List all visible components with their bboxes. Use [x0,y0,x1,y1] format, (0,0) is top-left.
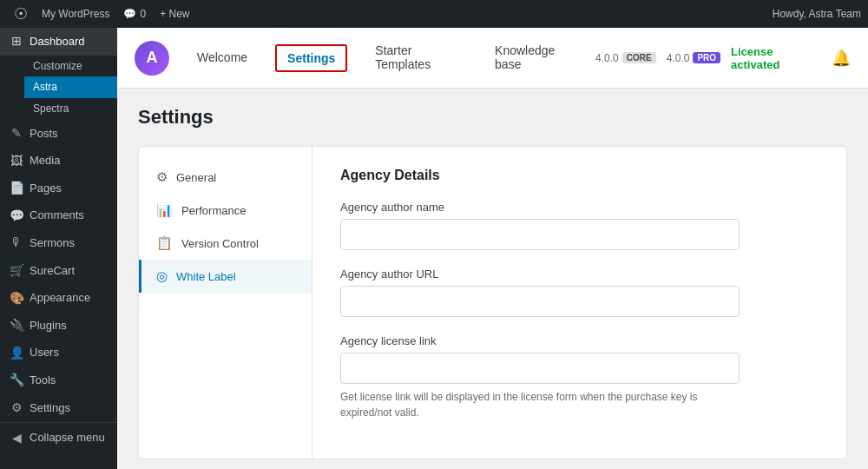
plugins-icon: 🔌 [9,317,24,334]
agency-license-link-label: Agency license link [340,334,819,347]
sidebar-sermons-label: Sermons [30,235,75,251]
adminbar-comments[interactable]: 💬 0 [116,0,153,28]
dashboard-icon: ⊞ [9,33,24,50]
agency-author-url-label: Agency author URL [340,268,819,281]
settings-nav: ⚙ General 📊 Performance 📋 Version Contro… [139,147,312,459]
settings-container: ⚙ General 📊 Performance 📋 Version Contro… [138,146,847,459]
adminbar-site[interactable]: My WordPress [35,0,116,28]
agency-author-name-label: Agency author name [340,201,819,214]
sidebar-item-comments[interactable]: 💬 Comments [0,202,117,230]
field-agency-author-url: Agency author URL [340,268,819,317]
pro-badge: PRO [693,52,720,63]
sidebar-item-tools[interactable]: 🔧 Tools [0,367,117,394]
sidebar-comments-label: Comments [30,208,84,223]
settings-nav-version-control-label: Version Control [181,237,259,250]
comments-icon: 💬 [9,208,24,225]
sidebar-item-settings[interactable]: ⚙ Settings [0,394,117,422]
settings-main: Settings ⚙ General 📊 Performance 📋 Versi… [117,89,868,469]
sidebar-settings-label: Settings [30,400,70,416]
sidebar-item-pages[interactable]: 📄 Pages [0,175,117,202]
adminbar-site-name: My WordPress [42,8,109,20]
field-agency-license-link: Agency license link Get license link wil… [340,334,819,420]
users-icon: 👤 [9,345,24,362]
wp-logo[interactable]: ☉ [7,4,35,23]
sidebar-item-users[interactable]: 👤 Users [0,340,117,367]
settings-nav-general-label: General [176,171,216,184]
settings-nav-white-label[interactable]: ◎ White Label [139,260,312,293]
adminbar-new[interactable]: + New [153,0,196,28]
adminbar-comments-count: 0 [140,8,146,20]
field-agency-author-name: Agency author name [340,201,819,250]
collapse-icon: ◀ [9,430,24,447]
sidebar-appearance-label: Appearance [30,290,90,306]
comment-icon: 💬 [123,8,136,20]
nav-welcome[interactable]: Welcome [183,28,261,89]
sidebar: ⊞ Dashboard Customize Astra Spectra ✎ Po… [0,28,117,469]
version-control-icon: 📋 [156,235,173,251]
sidebar-media-label: Media [30,153,60,168]
sidebar-item-dashboard[interactable]: ⊞ Dashboard [0,28,117,56]
page-title: Settings [138,106,847,129]
sidebar-dashboard-label: Dashboard [30,34,85,50]
general-settings-icon: ⚙ [156,169,168,185]
sidebar-collapse[interactable]: ◀ Collapse menu [0,422,117,452]
sidebar-item-customize[interactable]: Customize [24,56,117,77]
sidebar-item-posts[interactable]: ✎ Posts [0,120,117,148]
sidebar-item-plugins[interactable]: 🔌 Plugins [0,312,117,340]
notification-bell-icon[interactable]: 🔔 [832,49,851,68]
core-badge: CORE [622,52,656,63]
performance-settings-icon: 📊 [156,202,173,218]
sidebar-users-label: Users [30,345,59,360]
version-pro-badge: 4.0.0 PRO [667,52,720,64]
sidebar-astra-label: Astra [33,80,57,95]
surecart-icon: 🛒 [9,262,24,280]
sidebar-tools-label: Tools [30,373,56,388]
agency-author-name-input[interactable] [340,219,740,250]
sidebar-item-astra[interactable]: Astra [24,76,117,98]
settings-nav-performance-label: Performance [181,204,246,217]
sidebar-plugins-label: Plugins [30,318,67,334]
nav-knowledge-base[interactable]: Knowledge base [481,28,595,89]
adminbar-howdy: Howdy, Astra Team [773,8,861,20]
sidebar-item-sermons[interactable]: 🎙 Sermons [0,229,117,257]
nav-starter-templates[interactable]: Starter Templates [361,28,481,89]
version-core-badge: 4.0.0 CORE [595,52,656,64]
settings-content: Agency Details Agency author name Agency… [312,147,846,459]
plugin-nav: Welcome Settings Starter Templates Knowl… [183,28,595,89]
white-label-icon: ◎ [156,268,168,284]
sidebar-dashboard-sub: Customize Astra Spectra [0,56,117,120]
sidebar-customize-label: Customize [33,59,82,74]
posts-icon: ✎ [9,125,24,142]
tools-icon: 🔧 [9,372,24,389]
section-title: Agency Details [340,168,819,183]
astra-logo: A [135,41,169,76]
license-activated[interactable]: License activated [731,45,821,71]
sidebar-item-surecart[interactable]: 🛒 SureCart [0,257,117,285]
media-icon: 🖼 [9,153,24,170]
version-core-number: 4.0.0 [595,52,619,64]
settings-nav-white-label-label: White Label [176,270,236,283]
plugin-header: A Welcome Settings Starter Templates Kno… [117,28,868,89]
agency-license-link-hint: Get license link will be displayed in th… [340,389,740,420]
sidebar-pages-label: Pages [30,181,62,196]
settings-nav-general[interactable]: ⚙ General [139,161,312,194]
settings-icon: ⚙ [9,400,24,417]
admin-bar: ☉ My WordPress 💬 0 + New Howdy, Astra Te… [0,0,868,28]
sidebar-item-appearance[interactable]: 🎨 Appearance [0,285,117,313]
agency-author-url-input[interactable] [340,286,740,317]
version-pro-number: 4.0.0 [667,52,690,64]
settings-nav-performance[interactable]: 📊 Performance [139,194,312,227]
adminbar-user: Howdy, Astra Team [773,8,861,20]
sermons-icon: 🎙 [9,234,24,252]
sidebar-posts-label: Posts [30,126,58,142]
sidebar-spectra-label: Spectra [33,102,69,116]
sidebar-surecart-label: SureCart [30,263,75,279]
sidebar-item-spectra[interactable]: Spectra [24,98,117,120]
sidebar-item-media[interactable]: 🖼 Media [0,148,117,175]
agency-license-link-input[interactable] [340,353,740,384]
pages-icon: 📄 [9,180,24,197]
settings-nav-version-control[interactable]: 📋 Version Control [139,227,312,260]
appearance-icon: 🎨 [9,290,24,307]
nav-settings[interactable]: Settings [275,44,347,72]
sidebar-collapse-label: Collapse menu [30,430,105,446]
